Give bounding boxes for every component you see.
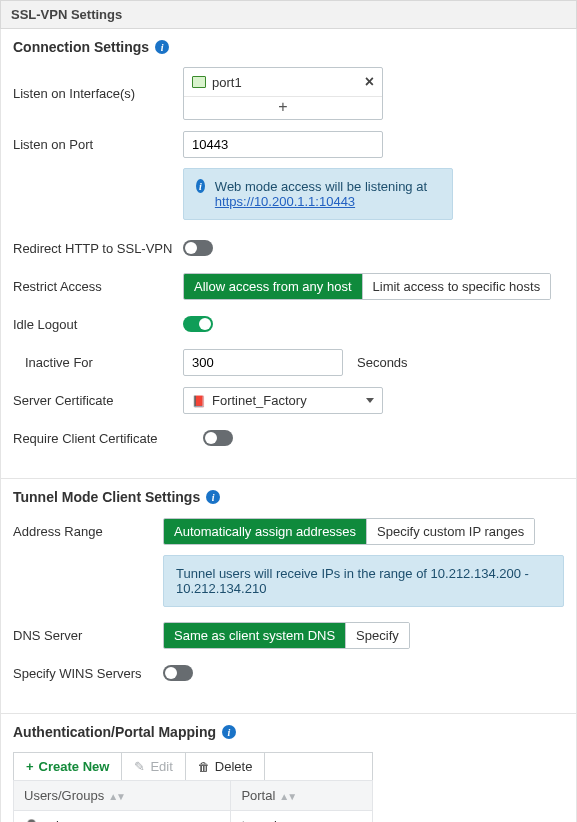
- listen-port-input[interactable]: [183, 131, 383, 158]
- addr-auto-option[interactable]: Automatically assign addresses: [164, 519, 366, 544]
- address-range-group: Automatically assign addresses Specify c…: [163, 518, 535, 545]
- connection-settings-section: Connection Settings i Listen on Interfac…: [0, 29, 577, 479]
- certificate-icon: [192, 393, 206, 408]
- restrict-allow-option[interactable]: Allow access from any host: [184, 274, 362, 299]
- col-users-text: Users/Groups: [24, 788, 104, 803]
- plus-icon: +: [26, 759, 34, 774]
- tunnel-ip-info-text: Tunnel users will receive IPs in the ran…: [176, 566, 551, 596]
- user-group-cell: sslvpn: [14, 811, 231, 823]
- edit-button[interactable]: Edit: [122, 753, 185, 780]
- dns-server-group: Same as client system DNS Specify: [163, 622, 410, 649]
- addr-custom-option[interactable]: Specify custom IP ranges: [366, 519, 534, 544]
- sort-icon: ▲▼: [279, 791, 295, 802]
- listen-interfaces-label: Listen on Interface(s): [13, 86, 183, 101]
- create-new-button[interactable]: + Create New: [14, 753, 122, 780]
- tunnel-ip-info-panel: Tunnel users will receive IPs in the ran…: [163, 555, 564, 607]
- require-client-cert-label: Require Client Certificate: [13, 431, 203, 446]
- server-cert-label: Server Certificate: [13, 393, 183, 408]
- wins-servers-label: Specify WINS Servers: [13, 666, 163, 681]
- col-users-header[interactable]: Users/Groups▲▼: [14, 781, 231, 811]
- connection-heading: Connection Settings i: [13, 39, 564, 55]
- col-portal-header[interactable]: Portal▲▼: [231, 781, 373, 811]
- info-icon[interactable]: i: [206, 490, 220, 504]
- listen-port-label: Listen on Port: [13, 137, 183, 152]
- portal-cell: tunnel-access: [231, 811, 373, 823]
- require-client-cert-row: Require Client Certificate: [13, 424, 564, 452]
- dns-specify-option[interactable]: Specify: [345, 623, 409, 648]
- inactive-for-label: Inactive For: [13, 355, 183, 370]
- user-icon: [24, 818, 43, 822]
- page-title: SSL-VPN Settings: [0, 0, 577, 29]
- tunnel-heading: Tunnel Mode Client Settings i: [13, 489, 564, 505]
- restrict-access-label: Restrict Access: [13, 279, 183, 294]
- server-cert-value: Fortinet_Factory: [212, 393, 307, 408]
- idle-logout-label: Idle Logout: [13, 317, 183, 332]
- web-mode-text: Web mode access will be listening at: [215, 179, 427, 194]
- pencil-icon: [134, 759, 145, 774]
- edit-label: Edit: [150, 759, 172, 774]
- tunnel-heading-text: Tunnel Mode Client Settings: [13, 489, 200, 505]
- wins-servers-toggle[interactable]: [163, 665, 193, 681]
- idle-logout-toggle[interactable]: [183, 316, 213, 332]
- restrict-access-group: Allow access from any host Limit access …: [183, 273, 551, 300]
- mapping-toolbar: + Create New Edit Delete: [13, 752, 373, 780]
- idle-logout-row: Idle Logout: [13, 310, 564, 338]
- listen-interfaces-input[interactable]: port1 × +: [183, 67, 383, 120]
- mapping-table: Users/Groups▲▼ Portal▲▼ sslvpntunnel-acc…: [13, 780, 373, 822]
- restrict-limit-option[interactable]: Limit access to specific hosts: [362, 274, 551, 299]
- info-icon: i: [196, 179, 205, 193]
- info-icon[interactable]: i: [222, 725, 236, 739]
- dns-server-row: DNS Server Same as client system DNS Spe…: [13, 621, 564, 649]
- add-interface-icon[interactable]: +: [184, 97, 382, 119]
- delete-button[interactable]: Delete: [186, 753, 266, 780]
- listen-port-row: Listen on Port: [13, 130, 564, 158]
- address-range-label: Address Range: [13, 524, 163, 539]
- server-cert-row: Server Certificate Fortinet_Factory: [13, 386, 564, 414]
- web-mode-info-panel: i Web mode access will be listening at h…: [183, 168, 453, 220]
- restrict-access-row: Restrict Access Allow access from any ho…: [13, 272, 564, 300]
- wins-servers-row: Specify WINS Servers: [13, 659, 564, 687]
- auth-portal-section: Authentication/Portal Mapping i + Create…: [0, 714, 577, 822]
- connection-heading-text: Connection Settings: [13, 39, 149, 55]
- auth-heading-text: Authentication/Portal Mapping: [13, 724, 216, 740]
- interface-icon: [192, 76, 206, 88]
- sort-icon: ▲▼: [108, 791, 124, 802]
- create-new-label: Create New: [39, 759, 110, 774]
- tunnel-mode-section: Tunnel Mode Client Settings i Address Ra…: [0, 479, 577, 714]
- server-cert-select[interactable]: Fortinet_Factory: [183, 387, 383, 414]
- remove-interface-icon[interactable]: ×: [365, 73, 374, 91]
- table-row[interactable]: sslvpntunnel-access: [14, 811, 373, 823]
- redirect-http-row: Redirect HTTP to SSL-VPN: [13, 234, 564, 262]
- redirect-http-toggle[interactable]: [183, 240, 213, 256]
- info-icon[interactable]: i: [155, 40, 169, 54]
- web-mode-url-link[interactable]: https://10.200.1.1:10443: [215, 194, 355, 209]
- dns-server-label: DNS Server: [13, 628, 163, 643]
- inactive-for-row: Inactive For Seconds: [13, 348, 564, 376]
- dns-same-option[interactable]: Same as client system DNS: [164, 623, 345, 648]
- auth-heading: Authentication/Portal Mapping i: [13, 724, 564, 740]
- trash-icon: [198, 759, 210, 774]
- inactive-for-input[interactable]: [183, 349, 343, 376]
- delete-label: Delete: [215, 759, 253, 774]
- address-range-row: Address Range Automatically assign addre…: [13, 517, 564, 545]
- col-portal-text: Portal: [241, 788, 275, 803]
- redirect-http-label: Redirect HTTP to SSL-VPN: [13, 241, 183, 256]
- chevron-down-icon: [366, 398, 374, 403]
- interface-value: port1: [212, 75, 242, 90]
- inactive-unit: Seconds: [357, 355, 408, 370]
- listen-interfaces-row: Listen on Interface(s) port1 × +: [13, 67, 564, 120]
- require-client-cert-toggle[interactable]: [203, 430, 233, 446]
